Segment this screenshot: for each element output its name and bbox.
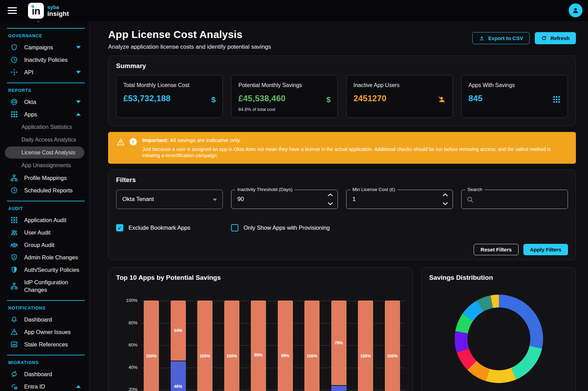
summary-title: Summary: [116, 62, 568, 70]
sidebar-item-license-cost-analysis[interactable]: License Cost Analysis: [5, 146, 84, 159]
warning-banner: i Important: All savings are indicative …: [108, 132, 576, 164]
chevron-down-icon: [76, 71, 81, 74]
min-license-cost-field: Min License Cost (£): [346, 190, 453, 209]
sidebar-item-app-owner-issues[interactable]: App Owner Issues: [0, 326, 89, 338]
sidebar-item-okta[interactable]: Okta: [0, 96, 89, 108]
top-apps-chart-panel: Top 10 Apps by Potential Savings 100% 80…: [108, 267, 413, 391]
sidebar-item-application-statistics[interactable]: Application Statistics: [0, 121, 89, 133]
only-provisioning-checkbox[interactable]: Only Show Apps with Provisioning: [231, 224, 338, 231]
sidebar-divider: [7, 300, 85, 301]
sidebar-item-admin-role-changes[interactable]: Admin Role Changes: [0, 251, 89, 264]
apply-filters-button[interactable]: Apply Filters: [523, 244, 568, 255]
hierarchy-icon: [10, 282, 19, 290]
sidebar-item-entra-id[interactable]: Entra ID: [0, 380, 89, 391]
reset-filters-button[interactable]: Reset Filters: [474, 244, 519, 255]
y-axis-tick: 40%: [117, 365, 137, 370]
sync-icon: [10, 370, 19, 378]
export-csv-button[interactable]: Export to CSV: [472, 32, 530, 44]
sidebar-section-label-governance: GOVERNANCE: [8, 34, 89, 38]
bar-app-9: 100%: [358, 301, 373, 391]
min-cost-increment-button[interactable]: [442, 193, 448, 197]
sidebar-section-label-migrations: MIGRATIONS: [8, 360, 89, 365]
bar-app-10: 100%: [385, 301, 400, 391]
bar-app-2: 54% 46%: [171, 301, 186, 391]
summary-card-potential-monthly-savings: Potential Monthly Savings £45,538,460 84…: [231, 75, 338, 118]
inactivity-threshold-field: Inactivity Threshold (Days): [231, 190, 338, 209]
page-subtitle: Analyze application license costs and id…: [108, 44, 271, 50]
sidebar-item-campaigns[interactable]: Campaigns: [0, 41, 89, 54]
sidebar-item-inactivity-policies[interactable]: Inactivity Policies: [0, 54, 89, 66]
sidebar-item-dashboard[interactable]: Dashboard: [0, 313, 89, 326]
sidebar-item-api[interactable]: API: [0, 66, 89, 78]
sidebar-item-apps[interactable]: Apps: [0, 108, 89, 121]
sidebar-item-dashboard[interactable]: Dashboard: [0, 368, 89, 380]
filters-title: Filters: [116, 176, 568, 184]
sidebar-divider: [7, 28, 85, 29]
sidebar-divider: [7, 83, 85, 83]
bar-app-3: 100%: [197, 301, 212, 391]
refresh-icon: [541, 35, 547, 41]
dollar-icon: $: [326, 95, 331, 104]
sidebar-item-app-unassignments[interactable]: App Unassignments: [0, 159, 89, 172]
bar-app-6: 99%: [278, 301, 293, 391]
clock-icon: [10, 56, 19, 64]
sidebar-section-label-audit: AUDIT: [8, 206, 89, 211]
apps-grid-icon: [10, 216, 19, 224]
inactivity-threshold-input[interactable]: [231, 190, 338, 209]
threshold-decrement-button[interactable]: [327, 202, 333, 206]
sidebar-divider: [7, 355, 85, 355]
sidebar-item-user-audit[interactable]: User Audit: [0, 226, 89, 239]
warning-triangle-icon: [10, 328, 19, 336]
min-license-cost-input[interactable]: [347, 190, 453, 209]
person-icon: [571, 6, 580, 15]
sidebar-item-auth-security-policies[interactable]: Auth/Security Policies: [0, 264, 89, 276]
y-axis-tick: 100%: [117, 298, 137, 303]
chevron-down-icon: [76, 101, 81, 103]
sidebar-section-label-notifications: NOTIFICATIONS: [8, 306, 89, 311]
checkbox-icon[interactable]: ✓: [116, 224, 123, 231]
admin-shield-icon: [10, 254, 19, 261]
donut-chart: [455, 295, 543, 383]
sidebar-item-stale-references[interactable]: Stale References: [0, 338, 89, 351]
bar-app-1: 100%: [144, 301, 159, 391]
dollar-icon: $: [211, 95, 216, 104]
sync-alt-icon: [10, 383, 19, 390]
threshold-increment-button[interactable]: [327, 193, 333, 197]
checkbox-icon[interactable]: [231, 224, 238, 231]
filters-panel: Filters Okta Tenant Inactivity Threshold…: [108, 170, 576, 260]
sidebar-item-group-audit[interactable]: Group Audit: [0, 239, 89, 251]
user-avatar[interactable]: [569, 3, 582, 17]
y-axis-tick: 80%: [117, 320, 137, 325]
sidebar-item-daily-access-analytics[interactable]: Daily Access Analytics: [0, 133, 89, 146]
main-content: App License Cost Analysis Analyze applic…: [89, 21, 588, 391]
min-cost-decrement-button[interactable]: [442, 202, 448, 206]
download-icon: [479, 35, 485, 41]
sidebar-nav: GOVERNANCECampaignsInactivity PoliciesAP…: [0, 21, 89, 391]
clock-icon: [10, 187, 19, 194]
search-input[interactable]: [462, 190, 568, 209]
sidebar-item-idp-configuration-changes[interactable]: IdP Configuration Changes: [0, 276, 89, 296]
sidebar-item-application-audit[interactable]: Application Audit: [0, 214, 89, 226]
summary-card-total-monthly-license-cost: Total Monthly License Cost £53,732,188 $: [116, 75, 223, 118]
summary-card-apps-with-savings: Apps With Savings 845: [461, 75, 568, 118]
brand-text: syba insight: [47, 4, 69, 17]
bar-app-8: 76% 24%: [331, 301, 347, 391]
search-field: Search: [461, 190, 568, 209]
sidebar-item-profile-mappings[interactable]: Profile Mappings: [0, 172, 89, 184]
banner-title: Important: All savings are indicative on…: [142, 137, 568, 143]
refresh-button[interactable]: Refresh: [535, 32, 576, 44]
exclude-bookmark-apps-checkbox[interactable]: ✓ Exclude Bookmark Apps: [116, 224, 223, 231]
image-icon: [10, 341, 19, 348]
apps-grid-icon: [10, 111, 19, 118]
chevron-down-icon: [213, 199, 217, 201]
chevron-up-icon: [76, 385, 81, 388]
okta-tenant-value: Okta Tenant: [122, 196, 154, 203]
half-shield-icon: [10, 266, 19, 274]
hierarchy-icon: [10, 174, 19, 182]
bar-app-7: 100%: [304, 301, 320, 391]
sidebar-item-scheduled-reports[interactable]: Scheduled Reports: [0, 184, 89, 197]
menu-icon[interactable]: [8, 7, 17, 14]
info-icon: i: [130, 138, 137, 145]
okta-tenant-select[interactable]: Okta Tenant: [116, 190, 223, 209]
groups-icon: [10, 241, 19, 249]
